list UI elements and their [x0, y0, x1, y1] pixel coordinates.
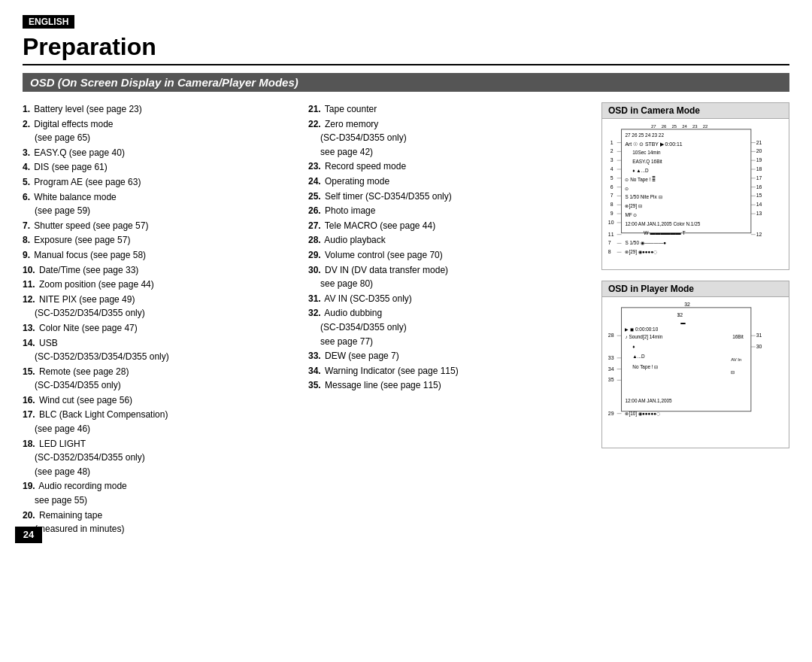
list-item: 4. DIS (see page 61) — [23, 160, 301, 175]
list-item: 14. USB(SC-D352/D353/D354/D355 only) — [23, 336, 301, 364]
list-item: 2. Digital effects mode(see page 65) — [23, 117, 301, 145]
svg-text:23: 23 — [692, 124, 698, 129]
list-col1: 1. Battery level (see page 23) 2. Digita… — [23, 102, 308, 537]
osd-camera-svg: 1 2 3 4 5 6 7 8 9 10 21 20 19 1 — [605, 122, 786, 266]
svg-text:MF                            : MF ⊙ — [625, 212, 637, 217]
svg-text:32: 32 — [684, 302, 690, 307]
svg-text:W ▬▬▬▬▬▬ T: W ▬▬▬▬▬▬ T — [644, 230, 686, 235]
svg-text:5: 5 — [611, 175, 614, 181]
svg-text:21: 21 — [756, 140, 762, 145]
svg-text:16Bit: 16Bit — [732, 334, 744, 339]
list-item: 8. Exposure (see page 57) — [23, 233, 301, 247]
list-item: 35. Message line (see page 115) — [308, 378, 586, 393]
list-item: 30. DV IN (DV data transfer mode)see pag… — [308, 263, 586, 291]
svg-text:1: 1 — [611, 140, 614, 145]
osd-player-diagram: 28 33 34 35 31 30 32 — [602, 297, 789, 448]
page-number: 24 — [15, 527, 42, 543]
svg-text:18: 18 — [756, 166, 762, 172]
list-item: 3. EASY.Q (see page 40) — [23, 146, 301, 160]
list-item: 20. Remaining tape(measured in minutes) — [23, 509, 301, 536]
list-item: 33. DEW (see page 7) — [308, 349, 586, 363]
svg-text:EASY.Q                16Bit: EASY.Q 16Bit — [632, 159, 662, 165]
svg-text:8: 8 — [611, 202, 614, 207]
list-item: 25. Self timer (SC-D354/D355 only) — [308, 190, 586, 204]
list-item: 11. Zoom position (see page 44) — [23, 278, 301, 292]
svg-text:34: 34 — [608, 366, 614, 372]
section-header: OSD (On Screen Display in Camera/Player … — [23, 73, 789, 92]
svg-text:19: 19 — [756, 157, 762, 162]
svg-text:⊙            No Tape !        : ⊙ No Tape ! ≣ — [625, 176, 656, 183]
svg-text:7: 7 — [611, 193, 614, 198]
list-item: 16. Wind cut (see page 56) — [23, 393, 301, 408]
list-item: 18. LED LIGHT(SC-D352/D354/D355 only)(se… — [23, 437, 301, 479]
svg-text:25: 25 — [671, 124, 677, 129]
svg-text:26: 26 — [662, 124, 667, 129]
svg-text:Art  ☉ ⊙ STBY ▶  0:00:11: Art ☉ ⊙ STBY ▶ 0:00:11 — [625, 141, 682, 147]
osd-camera-title: OSD in Camera Mode — [602, 103, 789, 119]
list-item: 21. Tape counter — [308, 102, 586, 117]
svg-text:10: 10 — [608, 220, 614, 225]
svg-text:⊗[29]                         : ⊗[29] ⊟ — [625, 203, 641, 209]
osd-player-svg: 28 33 34 35 31 30 32 — [605, 300, 786, 445]
osd-camera-box: OSD in Camera Mode 1 2 3 4 5 6 7 8 — [601, 102, 789, 270]
list-item: 24. Operating mode — [308, 175, 586, 189]
svg-text:♦             ▲...D: ♦ ▲...D — [632, 168, 649, 173]
page: ENGLISH Preparation OSD (On Screen Displ… — [0, 0, 812, 552]
list-item: 23. Record speed mode — [308, 159, 586, 174]
svg-text:13: 13 — [756, 211, 762, 216]
svg-text:4: 4 — [611, 166, 614, 172]
list-item: 5. Program AE (see page 63) — [23, 175, 301, 190]
svg-text:30: 30 — [756, 344, 762, 349]
list-item: 19. Audio recording modesee page 55) — [23, 479, 301, 507]
list-item: 7. Shutter speed (see page 57) — [23, 219, 301, 233]
svg-text:7: 7 — [608, 240, 611, 245]
list-item: 9. Manual focus (see page 58) — [23, 248, 301, 263]
lists-area: 1. Battery level (see page 23) 2. Digita… — [23, 102, 594, 537]
list-item: 17. BLC (Back Light Compensation)(see pa… — [23, 408, 301, 436]
svg-text:12:00 AM JAN.1,2005  Color N.1: 12:00 AM JAN.1,2005 Color N.1/25 — [625, 221, 700, 226]
page-title: Preparation — [23, 33, 789, 65]
svg-text:27  26 25   24   23  22: 27 26 25 24 23 22 — [625, 132, 664, 138]
svg-text:▲...D: ▲...D — [632, 354, 645, 359]
list-item: 34. Warning Indicator (see page 115) — [308, 364, 586, 378]
svg-text:9: 9 — [611, 211, 614, 216]
list1: 1. Battery level (see page 23) 2. Digita… — [23, 102, 301, 536]
svg-text:⊙: ⊙ — [625, 186, 629, 191]
svg-text:12: 12 — [756, 232, 762, 237]
svg-text:♦: ♦ — [632, 344, 635, 349]
list-item: 10. Date/Time (see page 33) — [23, 263, 301, 278]
svg-text:20: 20 — [756, 148, 762, 153]
list-item: 1. Battery level (see page 23) — [23, 102, 301, 117]
list-item: 27. Tele MACRO (see page 44) — [308, 219, 586, 233]
svg-text:27: 27 — [651, 124, 656, 129]
svg-text:29: 29 — [608, 411, 614, 416]
svg-text:28: 28 — [608, 333, 614, 338]
right-panel: OSD in Camera Mode 1 2 3 4 5 6 7 8 — [601, 102, 789, 537]
svg-text:↑: ↑ — [677, 312, 679, 317]
list-item: 22. Zero memory(SC-D354/D355 only)see pa… — [308, 117, 586, 159]
svg-text:14: 14 — [756, 202, 762, 207]
svg-text:▶  ◼  0:00:00:10: ▶ ◼ 0:00:00:10 — [625, 326, 658, 332]
list-item: 13. Color Nite (see page 47) — [23, 321, 301, 336]
svg-text:▬: ▬ — [680, 320, 686, 325]
svg-text:2: 2 — [611, 148, 614, 153]
svg-text:S 1/50              Nite Pix  : S 1/50 Nite Pix ⊟ — [625, 194, 662, 199]
svg-text:⊗[29] ◉●●●●◌: ⊗[29] ◉●●●●◌ — [625, 249, 657, 255]
list-item: 15. Remote (see page 28)(SC-D354/D355 on… — [23, 365, 301, 393]
osd-player-box: OSD in Player Mode 28 33 34 35 31 30 — [601, 281, 789, 448]
svg-text:⊟: ⊟ — [731, 370, 735, 375]
svg-text:S 1/50 ◉————●: S 1/50 ◉————● — [625, 240, 666, 245]
list-item: 31. AV IN (SC-D355 only) — [308, 292, 586, 306]
svg-text:12:00 AM JAN.1,2005: 12:00 AM JAN.1,2005 — [625, 398, 672, 403]
svg-text:♪ Sound[2]          14min: ♪ Sound[2] 14min — [625, 334, 662, 340]
content-area: 1. Battery level (see page 23) 2. Digita… — [23, 102, 789, 537]
svg-text:22: 22 — [703, 124, 708, 129]
svg-text:No Tape !             ⊟: No Tape ! ⊟ — [632, 364, 658, 370]
svg-text:33: 33 — [608, 355, 614, 360]
list-item: 28. Audio playback — [308, 233, 586, 247]
svg-text:11: 11 — [608, 232, 614, 237]
list-item: 12. NITE PIX (see page 49)(SC-D352/D354/… — [23, 293, 301, 320]
svg-text:16: 16 — [756, 184, 762, 190]
svg-text:15: 15 — [756, 193, 762, 198]
list-item: 6. White balance mode(see page 59) — [23, 190, 301, 218]
